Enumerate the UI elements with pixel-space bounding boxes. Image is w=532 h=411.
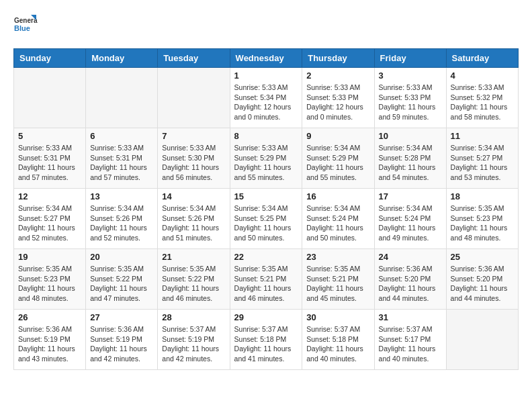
svg-text:Blue: Blue — [14, 24, 30, 32]
day-number: 11 — [451, 131, 514, 141]
day-info: Sunrise: 5:34 AM Sunset: 5:25 PM Dayligh… — [234, 203, 298, 243]
day-number: 24 — [379, 252, 442, 262]
day-info: Sunrise: 5:33 AM Sunset: 5:34 PM Dayligh… — [234, 83, 298, 122]
day-number: 28 — [162, 312, 225, 322]
day-info: Sunrise: 5:37 AM Sunset: 5:18 PM Dayligh… — [306, 324, 369, 364]
calendar-cell: 6Sunrise: 5:33 AM Sunset: 5:31 PM Daylig… — [86, 128, 158, 189]
calendar-header-row: SundayMondayTuesdayWednesdayThursdayFrid… — [14, 49, 519, 68]
day-info: Sunrise: 5:36 AM Sunset: 5:19 PM Dayligh… — [18, 324, 81, 364]
day-number: 29 — [234, 312, 298, 322]
day-number: 25 — [451, 252, 514, 262]
calendar-week-4: 19Sunrise: 5:35 AM Sunset: 5:23 PM Dayli… — [14, 249, 519, 310]
calendar-cell: 19Sunrise: 5:35 AM Sunset: 5:23 PM Dayli… — [14, 249, 86, 310]
day-number: 13 — [90, 191, 153, 201]
day-number: 21 — [162, 252, 225, 262]
day-info: Sunrise: 5:35 AM Sunset: 5:21 PM Dayligh… — [306, 264, 369, 304]
logo-graphic: General Blue — [13, 13, 38, 38]
day-number: 14 — [162, 191, 225, 201]
page-header: General Blue — [13, 13, 519, 38]
day-info: Sunrise: 5:34 AM Sunset: 5:24 PM Dayligh… — [379, 203, 442, 243]
day-number: 12 — [18, 191, 81, 201]
calendar-cell: 13Sunrise: 5:34 AM Sunset: 5:26 PM Dayli… — [86, 189, 158, 249]
calendar-cell: 4Sunrise: 5:33 AM Sunset: 5:32 PM Daylig… — [446, 68, 518, 128]
calendar-cell — [158, 68, 230, 128]
calendar-cell: 11Sunrise: 5:34 AM Sunset: 5:27 PM Dayli… — [446, 128, 518, 189]
day-number: 2 — [306, 71, 369, 81]
calendar-cell: 1Sunrise: 5:33 AM Sunset: 5:34 PM Daylig… — [230, 68, 302, 128]
calendar-cell: 5Sunrise: 5:33 AM Sunset: 5:31 PM Daylig… — [14, 128, 86, 189]
calendar-cell: 10Sunrise: 5:34 AM Sunset: 5:28 PM Dayli… — [374, 128, 446, 189]
calendar-cell: 31Sunrise: 5:37 AM Sunset: 5:17 PM Dayli… — [374, 310, 446, 370]
calendar-cell: 25Sunrise: 5:36 AM Sunset: 5:20 PM Dayli… — [446, 249, 518, 310]
calendar-cell: 8Sunrise: 5:33 AM Sunset: 5:29 PM Daylig… — [230, 128, 302, 189]
day-number: 27 — [90, 312, 153, 322]
day-info: Sunrise: 5:34 AM Sunset: 5:26 PM Dayligh… — [162, 203, 225, 243]
calendar-cell: 24Sunrise: 5:36 AM Sunset: 5:20 PM Dayli… — [374, 249, 446, 310]
day-info: Sunrise: 5:36 AM Sunset: 5:19 PM Dayligh… — [90, 324, 153, 364]
calendar-cell: 15Sunrise: 5:34 AM Sunset: 5:25 PM Dayli… — [230, 189, 302, 249]
calendar-week-2: 5Sunrise: 5:33 AM Sunset: 5:31 PM Daylig… — [14, 128, 519, 189]
day-info: Sunrise: 5:34 AM Sunset: 5:27 PM Dayligh… — [451, 143, 514, 183]
day-number: 26 — [18, 312, 81, 322]
calendar-week-1: 1Sunrise: 5:33 AM Sunset: 5:34 PM Daylig… — [14, 68, 519, 128]
day-info: Sunrise: 5:37 AM Sunset: 5:18 PM Dayligh… — [234, 324, 298, 364]
day-info: Sunrise: 5:36 AM Sunset: 5:20 PM Dayligh… — [451, 264, 514, 304]
day-number: 3 — [379, 71, 442, 81]
day-number: 30 — [306, 312, 369, 322]
day-info: Sunrise: 5:35 AM Sunset: 5:22 PM Dayligh… — [162, 264, 225, 304]
day-info: Sunrise: 5:37 AM Sunset: 5:17 PM Dayligh… — [379, 324, 442, 364]
day-number: 23 — [306, 252, 369, 262]
day-info: Sunrise: 5:34 AM Sunset: 5:26 PM Dayligh… — [90, 203, 153, 243]
calendar-cell: 28Sunrise: 5:37 AM Sunset: 5:19 PM Dayli… — [158, 310, 230, 370]
logo: General Blue — [13, 13, 38, 38]
day-number: 9 — [306, 131, 369, 141]
day-info: Sunrise: 5:35 AM Sunset: 5:23 PM Dayligh… — [18, 264, 81, 304]
calendar-cell: 17Sunrise: 5:34 AM Sunset: 5:24 PM Dayli… — [374, 189, 446, 249]
day-info: Sunrise: 5:36 AM Sunset: 5:20 PM Dayligh… — [379, 264, 442, 304]
day-info: Sunrise: 5:33 AM Sunset: 5:31 PM Dayligh… — [18, 143, 81, 183]
day-info: Sunrise: 5:33 AM Sunset: 5:30 PM Dayligh… — [162, 143, 225, 183]
calendar-cell: 21Sunrise: 5:35 AM Sunset: 5:22 PM Dayli… — [158, 249, 230, 310]
day-number: 6 — [90, 131, 153, 141]
day-info: Sunrise: 5:34 AM Sunset: 5:24 PM Dayligh… — [306, 203, 369, 243]
calendar-cell: 7Sunrise: 5:33 AM Sunset: 5:30 PM Daylig… — [158, 128, 230, 189]
column-header-friday: Friday — [374, 49, 446, 68]
calendar-cell: 20Sunrise: 5:35 AM Sunset: 5:22 PM Dayli… — [86, 249, 158, 310]
calendar-cell: 3Sunrise: 5:33 AM Sunset: 5:33 PM Daylig… — [374, 68, 446, 128]
calendar-week-5: 26Sunrise: 5:36 AM Sunset: 5:19 PM Dayli… — [14, 310, 519, 370]
calendar-cell: 22Sunrise: 5:35 AM Sunset: 5:21 PM Dayli… — [230, 249, 302, 310]
day-number: 17 — [379, 191, 442, 201]
day-number: 1 — [234, 71, 298, 81]
column-header-sunday: Sunday — [14, 49, 86, 68]
day-number: 19 — [18, 252, 81, 262]
calendar-cell: 26Sunrise: 5:36 AM Sunset: 5:19 PM Dayli… — [14, 310, 86, 370]
calendar-week-3: 12Sunrise: 5:34 AM Sunset: 5:27 PM Dayli… — [14, 189, 519, 249]
day-number: 22 — [234, 252, 298, 262]
calendar-cell: 27Sunrise: 5:36 AM Sunset: 5:19 PM Dayli… — [86, 310, 158, 370]
day-info: Sunrise: 5:33 AM Sunset: 5:29 PM Dayligh… — [234, 143, 298, 183]
calendar-cell: 2Sunrise: 5:33 AM Sunset: 5:33 PM Daylig… — [302, 68, 374, 128]
calendar-cell: 14Sunrise: 5:34 AM Sunset: 5:26 PM Dayli… — [158, 189, 230, 249]
column-header-monday: Monday — [86, 49, 158, 68]
column-header-thursday: Thursday — [302, 49, 374, 68]
calendar-cell — [86, 68, 158, 128]
calendar-cell: 12Sunrise: 5:34 AM Sunset: 5:27 PM Dayli… — [14, 189, 86, 249]
day-info: Sunrise: 5:34 AM Sunset: 5:28 PM Dayligh… — [379, 143, 442, 183]
day-number: 8 — [234, 131, 298, 141]
day-number: 7 — [162, 131, 225, 141]
calendar-cell — [14, 68, 86, 128]
day-number: 31 — [379, 312, 442, 322]
day-info: Sunrise: 5:35 AM Sunset: 5:23 PM Dayligh… — [451, 203, 514, 243]
day-info: Sunrise: 5:35 AM Sunset: 5:21 PM Dayligh… — [234, 264, 298, 304]
calendar-cell: 23Sunrise: 5:35 AM Sunset: 5:21 PM Dayli… — [302, 249, 374, 310]
day-info: Sunrise: 5:37 AM Sunset: 5:19 PM Dayligh… — [162, 324, 225, 364]
calendar-cell: 9Sunrise: 5:34 AM Sunset: 5:29 PM Daylig… — [302, 128, 374, 189]
day-info: Sunrise: 5:33 AM Sunset: 5:31 PM Dayligh… — [90, 143, 153, 183]
day-info: Sunrise: 5:34 AM Sunset: 5:29 PM Dayligh… — [306, 143, 369, 183]
day-number: 15 — [234, 191, 298, 201]
column-header-tuesday: Tuesday — [158, 49, 230, 68]
day-number: 18 — [451, 191, 514, 201]
day-number: 20 — [90, 252, 153, 262]
calendar-cell: 29Sunrise: 5:37 AM Sunset: 5:18 PM Dayli… — [230, 310, 302, 370]
day-number: 4 — [451, 71, 514, 81]
